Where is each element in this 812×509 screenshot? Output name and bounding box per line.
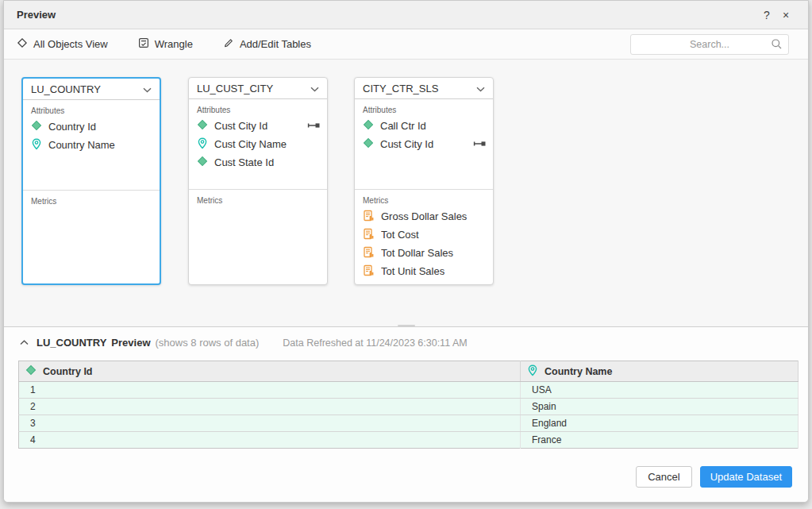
metric-item[interactable]: Gross Dollar Sales (355, 207, 493, 226)
attribute-item[interactable]: Cust State Id (189, 153, 327, 172)
preview-data-table: Country IdCountry Name1USA2Spain3England… (18, 361, 799, 449)
table-cell: Spain (521, 399, 799, 415)
metric-section-label: Metrics (189, 195, 327, 207)
all-objects-view-button[interactable]: All Objects View (17, 37, 108, 51)
table-cell: USA (521, 382, 799, 399)
metric-section-label: Metrics (23, 195, 160, 208)
join-icon (306, 120, 321, 132)
metric-icon (363, 264, 375, 279)
tool-label: Wrangle (155, 38, 193, 50)
table-cell: 4 (19, 432, 521, 449)
search-input[interactable] (630, 34, 789, 55)
attribute-section: AttributesCall Ctr IdCust City Id (355, 99, 493, 190)
wrangle-button[interactable]: Wrangle (138, 37, 193, 51)
update-dataset-button[interactable]: Update Dataset (700, 466, 792, 488)
metric-item[interactable]: Tot Unit Sales (355, 262, 493, 280)
chevron-down-icon (476, 83, 485, 94)
metric-item[interactable]: Tot Dollar Sales (355, 244, 493, 262)
metric-icon (363, 246, 375, 260)
table-card-header[interactable]: LU_COUNTRY (23, 79, 160, 100)
metric-section: Metrics (189, 190, 327, 284)
preview-dialog: Preview ? × All Objects View Wrangle Add… (3, 0, 809, 503)
title-bar: Preview ? × (4, 1, 808, 29)
metric-item[interactable]: Tot Cost (355, 226, 493, 244)
metric-section-label: Metrics (355, 195, 493, 207)
metric-item-label: Gross Dollar Sales (381, 210, 487, 222)
diamond-outline-icon (17, 37, 28, 51)
metric-item-label: Tot Dollar Sales (381, 247, 487, 259)
preview-table-name: LU_COUNTRY (37, 337, 106, 349)
table-cell: 3 (19, 415, 521, 432)
attribute-id-icon (363, 119, 374, 133)
table-card-lu_country[interactable]: LU_COUNTRYAttributesCountry IdCountry Na… (21, 77, 161, 285)
tool-label: Add/Edit Tables (240, 38, 311, 50)
geo-attribute-icon (197, 137, 208, 152)
metric-item-label: Tot Unit Sales (381, 265, 487, 277)
attribute-item[interactable]: Call Ctr Id (355, 117, 493, 135)
table-cell: 2 (19, 399, 521, 415)
attribute-item[interactable]: Cust City Id (355, 135, 493, 153)
table-row: 3England (19, 415, 799, 432)
attribute-item[interactable]: Cust City Name (189, 135, 327, 153)
table-row: 2Spain (19, 399, 799, 415)
help-icon[interactable]: ? (757, 9, 776, 21)
attribute-item-label: Cust State Id (214, 156, 321, 168)
preview-header: LU_COUNTRY Preview (shows 8 rows of data… (4, 327, 808, 349)
preview-rows-note: (shows 8 rows of data) (156, 337, 260, 349)
attribute-item[interactable]: Cust City Id (189, 117, 327, 135)
chevron-down-icon (310, 83, 319, 94)
table-card-lu_cust_city[interactable]: LU_CUST_CITYAttributesCust City IdCust C… (188, 77, 328, 285)
attribute-id-icon (197, 119, 208, 133)
table-cell: France (521, 432, 799, 449)
metric-icon (363, 228, 375, 242)
metric-section: Metrics (23, 191, 160, 283)
column-header-label: Country Name (545, 366, 612, 377)
attribute-item-label: Cust City Name (214, 138, 321, 150)
data-refreshed-text: Data Refreshed at 11/24/2023 6:30:11 AM (283, 337, 467, 349)
attribute-section-label: Attributes (189, 104, 327, 117)
attribute-item[interactable]: Country Id (23, 118, 160, 136)
cancel-button[interactable]: Cancel (636, 466, 691, 488)
metric-section: MetricsGross Dollar SalesTot CostTot Dol… (355, 190, 493, 284)
table-card-city_ctr_sls[interactable]: CITY_CTR_SLSAttributesCall Ctr IdCust Ci… (354, 77, 494, 285)
column-header: Country Id (19, 361, 521, 382)
attribute-item-label: Cust City Id (380, 138, 466, 150)
table-cell: 1 (19, 382, 521, 399)
table-card-header[interactable]: CITY_CTR_SLS (355, 78, 493, 99)
toolbar: All Objects View Wrangle Add/Edit Tables (4, 29, 808, 60)
tables-canvas: LU_COUNTRYAttributesCountry IdCountry Na… (4, 60, 808, 326)
preview-panel: LU_COUNTRY Preview (shows 8 rows of data… (4, 327, 808, 502)
add-edit-tables-button[interactable]: Add/Edit Tables (223, 37, 311, 51)
attribute-item-label: Cust City Id (214, 120, 300, 132)
wrangle-icon (138, 37, 149, 51)
metric-icon (363, 210, 375, 224)
attribute-item-label: Country Id (48, 121, 153, 133)
geo-attribute-icon (31, 138, 42, 152)
preview-label: Preview (111, 337, 150, 349)
table-row: 1USA (19, 382, 799, 399)
table-name: CITY_CTR_SLS (363, 83, 438, 94)
search-icon[interactable] (771, 38, 783, 53)
chevron-down-icon (143, 83, 152, 95)
table-row: 4France (19, 432, 799, 449)
tool-label: All Objects View (33, 38, 108, 50)
close-icon[interactable]: × (776, 9, 795, 21)
dialog-footer: Cancel Update Dataset (636, 466, 792, 488)
attribute-item-label: Call Ctr Id (380, 120, 487, 132)
join-icon (472, 138, 487, 150)
pencil-icon (223, 37, 234, 51)
attribute-id-icon (197, 156, 208, 169)
table-name: LU_COUNTRY (31, 83, 101, 95)
attribute-item-label: Country Name (48, 139, 153, 151)
column-header: Country Name (521, 361, 799, 382)
collapse-caret-icon[interactable] (20, 340, 29, 345)
table-card-header[interactable]: LU_CUST_CITY (189, 78, 327, 99)
metric-item-label: Tot Cost (381, 229, 487, 241)
attribute-item[interactable]: Country Name (23, 136, 160, 154)
attribute-id-icon (363, 137, 374, 151)
geo-attribute-icon (527, 364, 538, 379)
dialog-title: Preview (17, 9, 56, 21)
attribute-section-label: Attributes (355, 104, 493, 117)
attribute-id-icon (25, 364, 37, 378)
attribute-section: AttributesCust City IdCust City NameCust… (189, 99, 327, 190)
